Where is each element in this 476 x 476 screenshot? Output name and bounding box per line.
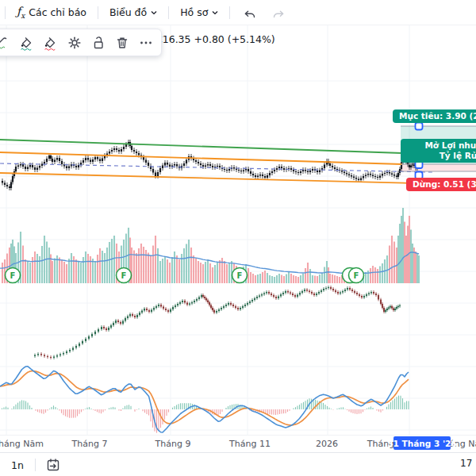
position-stop-badge[interactable]: Dừng: 0.51 (3.18%) [406,178,476,191]
ellipsis-icon [138,35,154,51]
settings-button[interactable] [64,33,85,53]
calendar-go-to-icon [45,457,61,473]
profile-menu-button[interactable]: Hồ sơ [174,2,225,23]
svg-text:F: F [237,271,243,280]
chart-canvas[interactable]: FFFF [0,0,476,476]
toolbar-divider [5,6,6,19]
position-info-badge[interactable]: Mở Lợi nhuận & Thua Tỷ lệ Rủi ro/Lợi [401,139,476,163]
redo-icon [272,7,286,18]
paint-bucket-red-icon [43,35,59,51]
svg-text:F: F [10,271,16,280]
indicators-button[interactable]: ƒx Các chỉ báo [10,2,93,23]
profile-label: Hồ sơ [180,6,208,18]
trading-chart-app: ƒx Các chỉ báo Biểu đồ Hồ sơ [0,0,476,476]
fx-icon: ƒx [17,5,25,20]
toolbar-divider [229,6,230,19]
svg-text:F: F [121,271,127,280]
clock-text[interactable]: 17 [460,458,476,469]
background-color-button[interactable] [40,33,61,53]
price-legend[interactable]: C16.35 +0.80 (+5.14%) [155,33,275,45]
lock-button[interactable] [88,33,109,53]
bottom-toolbar: 1n 17 [0,452,476,476]
go-to-date-button[interactable] [36,457,71,473]
line-color-button[interactable] [17,33,37,53]
trash-icon [114,35,130,51]
selected-date-badge[interactable]: 31 Tháng 3 '26 [393,436,451,450]
drawing-floating-toolbar [0,29,162,56]
redo-button[interactable] [264,2,294,23]
toolbar-divider [98,6,98,19]
position-info-line2: Tỷ lệ Rủi ro/Lợi [407,151,476,161]
chevron-down-icon [212,10,218,16]
undo-button[interactable] [235,2,264,23]
time-axis-label: Tháng 9 [149,439,197,449]
top-toolbar: ƒx Các chỉ báo Biểu đồ Hồ sơ [0,0,476,25]
time-axis-label: háng Năm [0,439,44,449]
line-tool-button[interactable] [0,33,13,53]
indicators-label: Các chỉ báo [29,6,86,18]
paint-bucket-teal-icon [19,35,35,51]
time-axis-label: Tháng 7 [66,439,113,449]
time-axis-label: Tháng 11 [226,439,274,449]
layout-menu-button[interactable]: Biểu đồ [103,2,163,23]
delete-button[interactable] [112,33,132,53]
layout-label: Biểu đồ [109,6,147,18]
position-target-badge[interactable]: Mục tiêu: 3.90 (24.30%) [393,109,476,123]
chevron-down-icon [151,10,157,16]
position-info-line1: Mở Lợi nhuận & Thua [407,140,476,151]
lock-open-icon [90,35,106,51]
toolbar-divider [168,6,169,19]
gear-icon [67,35,83,51]
svg-text:F: F [354,271,359,280]
line-tool-icon [0,36,10,50]
interval-button[interactable]: 1n [0,459,35,471]
more-options-button[interactable] [136,33,156,53]
time-axis[interactable]: háng NămTháng 7Tháng 9Tháng 112026Thángá… [0,435,476,453]
undo-icon [243,7,256,18]
time-axis-label: 2026 [303,439,351,449]
